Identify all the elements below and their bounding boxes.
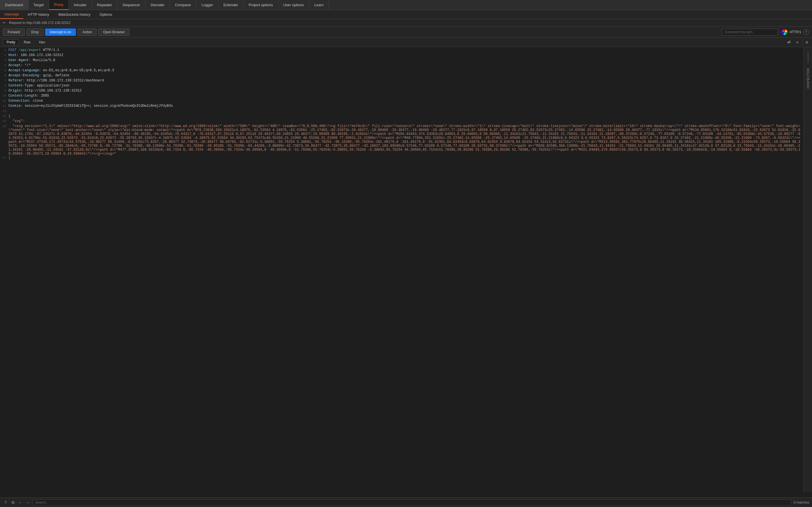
code-line: 1POST /api/export HTTP/1.1	[0, 48, 804, 53]
line-number: 8	[0, 83, 8, 87]
line-content: Accept-Language: es-ES,es;q=0.8,en-US;q=…	[8, 68, 804, 72]
line-number: 4	[0, 63, 8, 67]
toolbar-icons: HTTP/1 ?	[782, 29, 809, 35]
line-content: "<svg version=\"1.1\" xmlns=\"http://www…	[8, 124, 804, 156]
code-line: 5Accept-Language: es-ES,es;q=0.8,en-US;q…	[0, 68, 804, 73]
line-number: 5	[0, 68, 8, 72]
subnav-intercept[interactable]: Intercept	[0, 10, 23, 19]
intercept-button[interactable]: Intercept is on	[45, 29, 76, 36]
code-line: 4Accept: */*	[0, 63, 804, 68]
nav-proxy[interactable]: Proxy	[49, 0, 69, 10]
drop-button[interactable]: Drop	[27, 29, 43, 36]
color-picker-icon[interactable]	[782, 29, 788, 35]
request-bar: ✏ Request to http://188.166.172.138:3231…	[0, 19, 812, 27]
nav-intruder[interactable]: Intruder	[69, 0, 92, 10]
line-content: Host: 188.166.172.138:32312	[8, 53, 804, 57]
nav-user-options[interactable]: User options	[278, 0, 309, 10]
line-number: 16	[0, 124, 8, 128]
view-tabs: Pretty Raw Hex ⏎ ≡ ⚙	[0, 38, 812, 47]
comment-input[interactable]	[721, 29, 778, 36]
code-line: 11Connection: close	[0, 99, 804, 104]
line-number: 7	[0, 78, 8, 82]
action-button[interactable]: Action	[78, 29, 96, 36]
code-line: 10Content-Length: 2885	[0, 94, 804, 99]
line-number: 2	[0, 53, 8, 57]
line-content: Origin: http://188.166.172.138:32312	[8, 89, 804, 93]
line-content: Accept: */*	[8, 63, 804, 67]
top-nav: Dashboard Target Proxy Intruder Repeater…	[0, 0, 812, 10]
tab-pretty[interactable]: Pretty	[3, 39, 19, 45]
code-line: 15 "svg":	[0, 119, 804, 124]
code-line: 17}	[0, 156, 804, 161]
line-number: 9	[0, 89, 8, 93]
line-content: }	[8, 156, 804, 160]
view-icons: ⏎ ≡ ⚙	[785, 39, 809, 46]
nav-repeater[interactable]: Repeater	[92, 0, 117, 10]
pencil-icon: ✏	[3, 21, 6, 25]
line-number: 10	[0, 94, 8, 98]
nav-sequencer[interactable]: Sequencer	[117, 0, 146, 10]
nav-dashboard[interactable]: Dashboard	[0, 0, 29, 10]
subnav-options[interactable]: Options	[95, 10, 117, 19]
code-line: 7Referer: http://188.166.172.138:32312/d…	[0, 78, 804, 83]
forward-button[interactable]: Forward	[3, 29, 25, 36]
sidebar-divider	[808, 52, 808, 63]
code-line: 6Accept-Encoding: gzip, deflate	[0, 73, 804, 78]
code-line: 3User-Agent: Mozilla/5.0	[0, 58, 804, 63]
list-icon[interactable]: ≡	[794, 39, 801, 46]
nav-target[interactable]: Target	[29, 0, 49, 10]
help-icon[interactable]: ?	[804, 29, 809, 35]
line-number: 6	[0, 73, 8, 77]
request-url: Request to http://188.166.172.138:32312	[9, 21, 70, 25]
line-content: User-Agent: Mozilla/5.0	[8, 58, 804, 62]
line-number: 14	[0, 114, 8, 118]
nav-learn[interactable]: Learn	[309, 0, 329, 10]
subnav-websockets[interactable]: WebSockets history	[54, 10, 95, 19]
nav-project-options[interactable]: Project options	[244, 0, 278, 10]
word-wrap-icon[interactable]: ⏎	[785, 39, 792, 46]
line-content: POST /api/export HTTP/1.1	[8, 48, 804, 52]
code-line: 13	[0, 109, 804, 114]
line-content: Content-Type: application/json	[8, 83, 804, 88]
code-line: 9Origin: http://188.166.172.138:32312	[0, 89, 804, 94]
main-area: 1POST /api/export HTTP/1.12Host: 188.166…	[0, 47, 812, 492]
tab-hex[interactable]: Hex	[35, 39, 49, 45]
line-content: Accept-Encoding: gzip, deflate	[8, 73, 804, 77]
line-number: 12	[0, 104, 8, 108]
line-number: 13	[0, 109, 8, 113]
nav-extender[interactable]: Extender	[218, 0, 244, 10]
line-number: 11	[0, 99, 8, 103]
code-line: 2Host: 188.166.172.138:32312	[0, 53, 804, 58]
line-content: {	[8, 114, 804, 118]
nav-logger[interactable]: Logger	[197, 0, 218, 10]
line-content: "svg":	[8, 119, 804, 123]
sub-nav: Intercept HTTP history WebSockets histor…	[0, 10, 812, 19]
tab-raw[interactable]: Raw	[20, 39, 34, 45]
code-line: 12Cookie: session=eyJ1c2VybmFtZSI6ImEifQ…	[0, 104, 804, 109]
line-number: 1	[0, 48, 8, 52]
code-line: 16 "<svg version=\"1.1\" xmlns=\"http://…	[0, 124, 804, 156]
inspector-label: INSPECTOR	[806, 68, 810, 89]
nav-comparer[interactable]: Comparer	[170, 0, 197, 10]
http-version-badge: HTTP/1	[790, 30, 801, 34]
line-number: 17	[0, 156, 8, 159]
subnav-http-history[interactable]: HTTP history	[23, 10, 54, 19]
line-number: 15	[0, 119, 8, 123]
line-content: Connection: close	[8, 99, 804, 103]
code-area[interactable]: 1POST /api/export HTTP/1.12Host: 188.166…	[0, 47, 804, 492]
open-browser-button[interactable]: Open Browser	[98, 29, 130, 36]
line-content: Content-Length: 2885	[8, 94, 804, 98]
nav-decoder[interactable]: Decoder	[146, 0, 170, 10]
line-number: 3	[0, 58, 8, 62]
right-sidebar: INSPECTOR	[804, 47, 812, 492]
code-line: 8Content-Type: application/json	[0, 83, 804, 89]
line-content: Cookie: session=eyJ1c2VybmFtZSI6ImEifQ==…	[8, 104, 804, 108]
toolbar: Forward Drop Intercept is on Action Open…	[0, 27, 812, 38]
code-line: 14{	[0, 114, 804, 119]
settings-icon[interactable]: ⚙	[802, 39, 809, 46]
line-content: Referer: http://188.166.172.138:32312/da…	[8, 78, 804, 82]
